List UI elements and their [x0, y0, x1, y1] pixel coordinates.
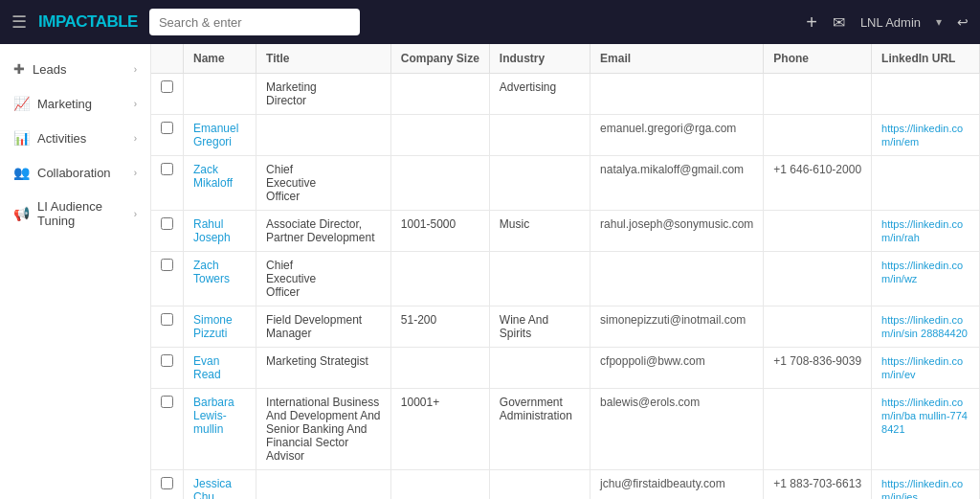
email-value: cfpoppoli@bww.com	[600, 354, 705, 368]
chevron-right-icon: ›	[134, 168, 137, 178]
chevron-right-icon: ›	[134, 209, 137, 219]
sidebar-item-li-audience-tuning[interactable]: 📢 LI Audience Tuning ›	[0, 190, 150, 238]
email-value: jchu@firstaidbeauty.com	[600, 477, 725, 490]
col-company-size: Company Size	[390, 44, 489, 74]
row-checkbox[interactable]	[161, 80, 173, 93]
row-checkbox[interactable]	[161, 122, 173, 134]
sidebar-item-marketing[interactable]: 📈 Marketing ›	[0, 86, 150, 121]
col-checkbox	[151, 44, 184, 74]
col-email: Email	[590, 44, 764, 74]
linkedin-link[interactable]: https://linkedin.com/in/ba mullin-774842…	[881, 397, 968, 435]
body-wrap: ✚ Leads › 📈 Marketing › 📊 Activities › 👥…	[0, 44, 980, 499]
nav-actions: + ✉ LNL Admin ▾ ↩	[806, 11, 969, 34]
linkedin-link[interactable]: https://linkedin.com/in/rah	[881, 218, 963, 243]
chevron-down-icon: ▾	[936, 15, 942, 29]
linkedin-link[interactable]: https://linkedin.com/in/em	[881, 123, 963, 147]
top-navigation: ☰ IMPACTABLE + ✉ LNL Admin ▾ ↩	[0, 0, 980, 44]
email-value: emanuel.gregori@rga.com	[600, 122, 736, 135]
col-linkedin: LinkedIn URL	[872, 44, 980, 74]
sidebar-item-label: Marketing	[37, 97, 92, 111]
linkedin-link[interactable]: https://linkedin.com/in/jes	[881, 478, 963, 499]
chevron-right-icon: ›	[134, 133, 137, 144]
phone-value: +1 883-703-6613	[773, 477, 861, 490]
row-checkbox[interactable]	[161, 477, 173, 489]
table-row: MarketingDirector Advertising	[151, 74, 980, 115]
col-title: Title	[256, 44, 391, 74]
collaboration-icon: 👥	[13, 165, 30, 180]
logo: IMPACTABLE	[38, 12, 138, 32]
activities-icon: 📊	[13, 130, 30, 146]
contact-name-link[interactable]: Jessica Chu	[193, 477, 232, 499]
sidebar-item-label: Activities	[37, 131, 86, 146]
search-input[interactable]	[159, 15, 350, 30]
linkedin-link[interactable]: https://linkedin.com/in/ev	[881, 355, 963, 380]
table-row: Emanuel Gregori emanuel.gregori@rga.com …	[151, 115, 980, 156]
email-value: rahul.joseph@sonymusic.com	[600, 217, 753, 231]
col-industry: Industry	[489, 44, 590, 74]
sidebar-item-collaboration[interactable]: 👥 Collaboration ›	[0, 155, 150, 190]
table-row: Simone Pizzuti Field Development Manager…	[151, 306, 980, 348]
contact-name-link[interactable]: Simone Pizzuti	[193, 313, 233, 340]
col-name: Name	[184, 44, 256, 74]
phone-value: +1 708-836-9039	[773, 354, 861, 368]
marketing-icon: 📈	[13, 96, 30, 111]
undo-icon[interactable]: ↩	[957, 14, 969, 30]
phone-value: +1 646-610-2000	[773, 163, 861, 176]
table-row: Rahul Joseph Associate Director, Partner…	[151, 211, 980, 252]
contact-name-link[interactable]: Zach Towers	[193, 259, 230, 285]
sidebar-item-leads[interactable]: ✚ Leads ›	[0, 52, 150, 86]
email-value: simonepizzuti@inotmail.com	[600, 313, 746, 327]
add-icon[interactable]: +	[806, 11, 817, 34]
row-checkbox[interactable]	[161, 313, 173, 326]
row-checkbox[interactable]	[161, 163, 173, 175]
table-row: Jessica Chu jchu@firstaidbeauty.com +1 8…	[151, 470, 980, 500]
hamburger-icon[interactable]: ☰	[11, 11, 27, 33]
chevron-right-icon: ›	[134, 99, 137, 109]
linkedin-link[interactable]: https://linkedin.com/in/sin 28884420	[881, 314, 968, 339]
contacts-table: Name Title Company Size Industry Email P…	[151, 44, 980, 499]
sidebar-item-label: Collaboration	[37, 166, 111, 180]
table-row: Barbara Lewis-mullin International Busin…	[151, 389, 980, 470]
linkedin-link[interactable]: https://linkedin.com/in/wz	[881, 260, 963, 284]
table-row: Zach Towers ChiefExecutiveOfficer https:…	[151, 252, 980, 306]
email-value: balewis@erols.com	[600, 396, 700, 409]
contact-name-link[interactable]: Zack Mikaloff	[193, 163, 233, 190]
contact-name-link[interactable]: Barbara Lewis-mullin	[193, 396, 234, 436]
row-checkbox[interactable]	[161, 354, 173, 367]
search-box[interactable]	[149, 9, 360, 35]
main-content: Name Title Company Size Industry Email P…	[151, 44, 980, 499]
sidebar-item-label: Leads	[33, 62, 66, 77]
chevron-right-icon: ›	[134, 64, 137, 75]
sidebar: ✚ Leads › 📈 Marketing › 📊 Activities › 👥…	[0, 44, 151, 499]
col-phone: Phone	[764, 44, 872, 74]
contact-name-link[interactable]: Evan Read	[193, 354, 221, 381]
email-value: natalya.mikaloff@gmail.com	[600, 163, 744, 176]
row-checkbox[interactable]	[161, 259, 173, 271]
row-checkbox[interactable]	[161, 217, 173, 230]
sidebar-item-activities[interactable]: 📊 Activities ›	[0, 121, 150, 155]
notification-icon[interactable]: ✉	[833, 13, 845, 32]
contact-name-link[interactable]: Emanuel Gregori	[193, 122, 238, 148]
table-row: Evan Read Marketing Strategist cfpoppoli…	[151, 348, 980, 389]
audience-tuning-icon: 📢	[13, 206, 30, 221]
table-row: Zack Mikaloff ChiefExecutiveOfficer nata…	[151, 156, 980, 211]
user-menu[interactable]: LNL Admin	[860, 15, 921, 30]
leads-icon: ✚	[13, 61, 25, 77]
row-checkbox[interactable]	[161, 396, 173, 408]
sidebar-item-label: LI Audience Tuning	[37, 199, 134, 228]
contact-name-link[interactable]: Rahul Joseph	[193, 217, 231, 244]
